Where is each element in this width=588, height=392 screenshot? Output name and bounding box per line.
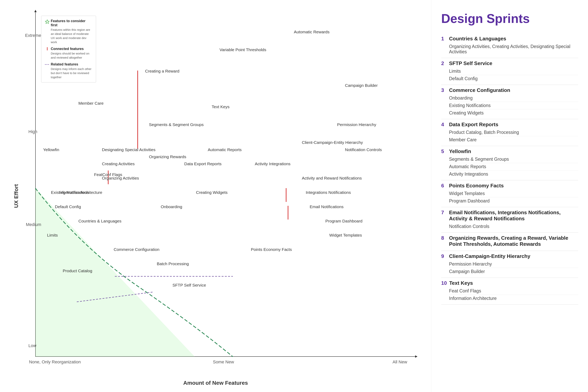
point-email-notif: Email Notifications bbox=[310, 204, 344, 209]
point-widget-templates: Widget Templates bbox=[329, 233, 362, 238]
point-existing-notif: Existing Notifications bbox=[51, 190, 89, 195]
sprint-sub-item: Existing Notifications bbox=[449, 102, 578, 109]
related-dashed-icon bbox=[45, 63, 51, 66]
point-activity-integrations: Activity Integrations bbox=[255, 162, 290, 166]
sprint-sub-items: Widget TemplatesProgram Dashboard bbox=[441, 190, 578, 204]
chart-inner: Extreme High Medium Low None, Only Reorg… bbox=[24, 12, 416, 368]
sprint-sub-item: Segments & Segment Groups bbox=[449, 156, 578, 163]
sprint-sub-item: Limits bbox=[449, 68, 578, 75]
sprint-item: 7Email Notifications, Integrations Notif… bbox=[441, 207, 578, 233]
sprint-number: 1 bbox=[441, 36, 447, 42]
sprint-sub-item: Activity Integrations bbox=[449, 170, 578, 178]
sprint-item: 6Points Economy FactsWidget TemplatesPro… bbox=[441, 180, 578, 207]
sprint-item: 1Countries & LanguagesOrganizing Activit… bbox=[441, 33, 578, 58]
sprint-name: Points Economy Facts bbox=[449, 183, 504, 189]
sprint-item: 9Client-Campaign-Entity HierarchyPermiss… bbox=[441, 251, 578, 278]
sprint-sub-item: Default Config bbox=[449, 75, 578, 82]
legend: Features to consider first Features with… bbox=[41, 16, 96, 82]
legend-related-title: Related features bbox=[51, 62, 92, 66]
sprint-sub-items: Segments & Segment GroupsAutomatic Repor… bbox=[441, 156, 578, 178]
chart-area: UX Effort Amount of New Features bbox=[0, 0, 431, 392]
point-client-campaign: Client-Campaign-Entity Hierarchy bbox=[302, 140, 363, 145]
sprint-number: 7 bbox=[441, 210, 447, 216]
sprint-name: Client-Campaign-Entity Hierarchy bbox=[449, 253, 530, 259]
point-sftp: SFTP Self Service bbox=[172, 283, 206, 288]
point-text-keys: Text Keys bbox=[212, 104, 230, 109]
point-onboarding: Onboarding bbox=[161, 204, 182, 209]
sprint-item: 10Text KeysFeat Conf FlagsInformation Ar… bbox=[441, 278, 578, 304]
sprint-sub-item: Widget Templates bbox=[449, 190, 578, 197]
sprint-item: 5YellowfinSegments & Segment GroupsAutom… bbox=[441, 146, 578, 180]
point-member-care: Member Care bbox=[78, 101, 104, 106]
point-yellowfin: Yellowfin bbox=[43, 148, 59, 152]
y-label-low: Low bbox=[28, 343, 36, 348]
x-axis-title: Amount of New Features bbox=[183, 380, 248, 386]
sprint-list: 1Countries & LanguagesOrganizing Activit… bbox=[441, 33, 578, 304]
point-campaign-builder: Campaign Builder bbox=[345, 83, 378, 88]
legend-item-related: Related features Designs may inform each… bbox=[45, 62, 92, 79]
x-label-some: Some New bbox=[213, 360, 234, 364]
sprint-sub-items: Notification Controls bbox=[441, 223, 578, 230]
svg-marker-7 bbox=[45, 20, 49, 24]
sprint-sub-item: Notification Controls bbox=[449, 223, 578, 230]
point-creating-reward: Creating a Reward bbox=[145, 69, 179, 74]
star-icon bbox=[45, 20, 51, 25]
point-batch-processing: Batch Processing bbox=[157, 262, 189, 266]
x-label-all: All New bbox=[392, 360, 407, 364]
sprint-sub-item: Automatic Reports bbox=[449, 163, 578, 170]
point-limits: Limits bbox=[47, 233, 58, 238]
sprint-sub-item: Member Care bbox=[449, 136, 578, 144]
y-axis bbox=[35, 12, 36, 357]
point-automatic-rewards: Automatic Rewards bbox=[294, 30, 330, 34]
sprint-sub-items: Permission HierarchyCampaign Builder bbox=[441, 260, 578, 275]
sprint-sub-items: Organizing Activities, Creating Activiti… bbox=[441, 43, 578, 56]
legend-connected-desc: Designs should be worked on and reviewed… bbox=[51, 51, 92, 60]
point-countries: Countries & Languages bbox=[78, 219, 122, 224]
sprint-number: 6 bbox=[441, 183, 447, 189]
sprint-sub-item: Organizing Activities, Creating Activiti… bbox=[449, 43, 578, 56]
legend-related-desc: Designs may inform each other but don't … bbox=[51, 67, 92, 79]
point-organizing-rewards: Organizing Rewards bbox=[149, 154, 186, 159]
legend-consider-title: Features to consider first bbox=[51, 19, 92, 27]
x-label-none: None, Only Reorganization bbox=[29, 360, 81, 364]
sprint-sub-item: Feat Conf Flags bbox=[449, 287, 578, 295]
point-product-catalog: Product Catalog bbox=[63, 268, 92, 273]
sprint-sub-item: Permission Hierarchy bbox=[449, 260, 578, 268]
sprint-number: 8 bbox=[441, 235, 447, 241]
point-commerce-config: Commerce Configuration bbox=[114, 247, 159, 252]
point-program-dash: Program Dashboard bbox=[325, 219, 362, 224]
svg-line-2 bbox=[77, 292, 153, 302]
point-creating-widgets: Creating Widgets bbox=[196, 190, 228, 195]
sprint-item: 2SFTP Self ServiceLimitsDefault Config bbox=[441, 58, 578, 85]
point-points-economy: Points Economy Facts bbox=[251, 247, 292, 252]
point-integrations-notif: Integrations Notifications bbox=[306, 190, 351, 195]
y-label-extreme: Extreme bbox=[25, 33, 41, 38]
point-creating-activities: Creating Activities bbox=[102, 162, 135, 166]
sprint-sub-items: Product Catalog, Batch ProcessingMember … bbox=[441, 129, 578, 144]
sprint-name: Text Keys bbox=[449, 280, 473, 286]
y-label-medium: Medium bbox=[26, 222, 41, 227]
point-auto-reports: Automatic Reports bbox=[208, 148, 242, 152]
y-axis-title: UX Effort bbox=[13, 184, 20, 208]
sprint-sub-items: Feat Conf FlagsInformation Architecture bbox=[441, 287, 578, 302]
connected-line-icon bbox=[45, 47, 51, 51]
sprint-item: 4Data Export ReportsProduct Catalog, Bat… bbox=[441, 119, 578, 146]
y-label-high: High bbox=[28, 129, 37, 134]
sprint-name: Yellowfin bbox=[449, 148, 471, 154]
legend-item-consider: Features to consider first Features with… bbox=[45, 19, 92, 44]
x-axis bbox=[35, 356, 416, 357]
point-variable-point: Variable Point Thresholds bbox=[220, 48, 266, 52]
sprint-sub-item: Program Dashboard bbox=[449, 197, 578, 204]
sprint-sub-item: Information Architecture bbox=[449, 295, 578, 302]
sprint-number: 10 bbox=[441, 280, 447, 286]
sidebar: Design Sprints 1Countries & LanguagesOrg… bbox=[431, 0, 588, 392]
sprint-sub-item: Onboarding bbox=[449, 94, 578, 102]
sprint-item: 8Organizing Rewards, Creating a Reward, … bbox=[441, 233, 578, 251]
sprint-name: Data Export Reports bbox=[449, 122, 498, 128]
point-notif-controls: Notification Controls bbox=[345, 148, 382, 152]
sidebar-title: Design Sprints bbox=[441, 12, 578, 26]
sprint-name: Countries & Languages bbox=[449, 36, 506, 42]
point-data-export: Data Export Reports bbox=[184, 162, 222, 166]
sprint-number: 5 bbox=[441, 148, 447, 154]
sprint-sub-item: Product Catalog, Batch Processing bbox=[449, 129, 578, 136]
